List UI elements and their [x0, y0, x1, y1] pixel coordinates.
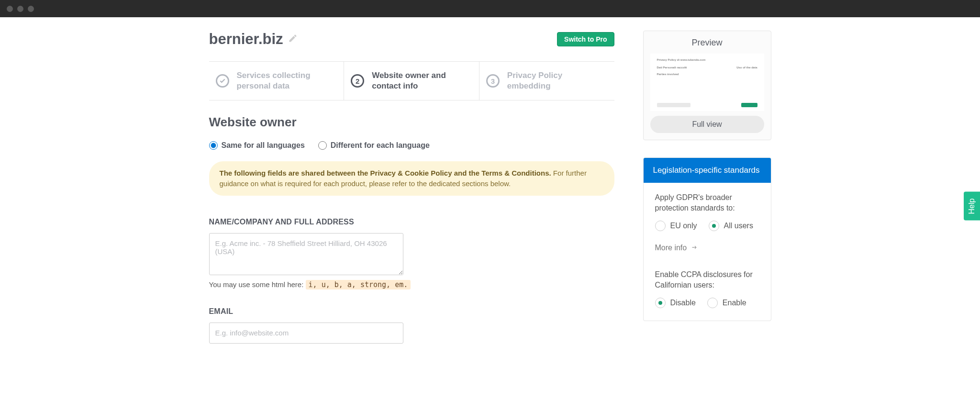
- option-label: All users: [724, 222, 753, 230]
- radio-circle-selected-icon: [709, 221, 719, 231]
- email-input[interactable]: [209, 323, 403, 344]
- info-banner: The following fields are shared between …: [209, 161, 614, 196]
- arrow-right-icon: [690, 244, 698, 252]
- check-icon: [216, 74, 229, 88]
- page-title: bernier.biz: [209, 31, 283, 48]
- radio-circle-icon: [707, 298, 718, 308]
- preview-footer-badge: [657, 103, 690, 107]
- step-number: 3: [486, 74, 500, 88]
- preview-card: Preview Privacy Policy di www.iubenda.co…: [643, 31, 771, 140]
- wizard-steps: Services collecting personal data 2 Webs…: [209, 61, 614, 100]
- name-company-textarea[interactable]: [209, 233, 403, 275]
- more-info-text: More info: [655, 244, 687, 252]
- page-header: bernier.biz Switch to Pro: [209, 31, 614, 48]
- email-label: EMAIL: [209, 307, 614, 316]
- edit-icon[interactable]: [288, 33, 298, 45]
- gdpr-eu-only-option[interactable]: EU only: [655, 221, 697, 231]
- legislation-header: Legislation-specific standards: [644, 158, 771, 183]
- more-info-link[interactable]: More info: [655, 244, 759, 252]
- help-tab[interactable]: Help: [964, 191, 980, 221]
- gdpr-all-users-option[interactable]: All users: [709, 221, 753, 231]
- help-label: Help: [968, 198, 976, 214]
- gdpr-radio-group: EU only All users: [655, 221, 759, 231]
- radio-same-languages[interactable]: Same for all languages: [209, 141, 305, 150]
- legislation-card: Legislation-specific standards Apply GDP…: [643, 157, 771, 321]
- step-owner[interactable]: 2 Website owner and contact info: [344, 62, 479, 100]
- preview-doc-title: Privacy Policy di www.iubenda.com: [657, 58, 757, 62]
- window-min-dot[interactable]: [17, 6, 23, 12]
- radio-input-same[interactable]: [209, 141, 218, 150]
- ccpa-disable-option[interactable]: Disable: [655, 298, 696, 308]
- step-services[interactable]: Services collecting personal data: [209, 62, 345, 100]
- preview-text: Parties involved: [657, 73, 757, 77]
- name-company-label: NAME/COMPANY AND FULL ADDRESS: [209, 218, 614, 226]
- radio-input-different[interactable]: [318, 141, 327, 150]
- switch-to-pro-button[interactable]: Switch to Pro: [557, 32, 614, 46]
- preview-text: Uso of the data: [736, 66, 757, 70]
- preview-title: Preview: [650, 38, 764, 48]
- preview-thumbnail[interactable]: Privacy Policy di www.iubenda.com Dati P…: [650, 54, 764, 111]
- viewport: bernier.biz Switch to Pro Services colle…: [0, 17, 980, 344]
- step-label: Privacy Policy embedding: [507, 70, 603, 91]
- option-label: Disable: [670, 299, 696, 307]
- info-banner-bold: The following fields are shared between …: [220, 169, 551, 177]
- step-number: 2: [351, 74, 364, 88]
- radio-label: Different for each language: [331, 141, 430, 150]
- window-max-dot[interactable]: [28, 6, 34, 12]
- option-label: Enable: [723, 299, 746, 307]
- option-label: EU only: [670, 222, 697, 230]
- preview-cta-badge: [741, 103, 757, 107]
- radio-different-languages[interactable]: Different for each language: [318, 141, 430, 150]
- window-close-dot[interactable]: [7, 6, 13, 12]
- step-label: Website owner and contact info: [372, 70, 468, 91]
- step-label: Services collecting personal data: [237, 70, 333, 91]
- window-titlebar: [0, 0, 980, 17]
- full-view-button[interactable]: Full view: [650, 116, 764, 133]
- language-radio-group: Same for all languages Different for eac…: [209, 141, 614, 150]
- gdpr-label: Apply GDPR's broader protection standard…: [655, 192, 759, 213]
- ccpa-enable-option[interactable]: Enable: [707, 298, 746, 308]
- hint-prefix: You may use some html here:: [209, 280, 306, 289]
- preview-text: Dati Personali raccolti: [657, 66, 687, 70]
- section-title: Website owner: [209, 115, 614, 130]
- radio-circle-icon: [655, 221, 666, 231]
- radio-circle-selected-icon: [655, 298, 666, 308]
- radio-label: Same for all languages: [222, 141, 305, 150]
- html-hint: You may use some html here: i, u, b, a, …: [209, 280, 614, 289]
- ccpa-radio-group: Disable Enable: [655, 298, 759, 308]
- hint-tags: i, u, b, a, strong, em.: [306, 280, 411, 290]
- step-embedding[interactable]: 3 Privacy Policy embedding: [479, 62, 614, 100]
- ccpa-label: Enable CCPA disclosures for Californian …: [655, 269, 759, 290]
